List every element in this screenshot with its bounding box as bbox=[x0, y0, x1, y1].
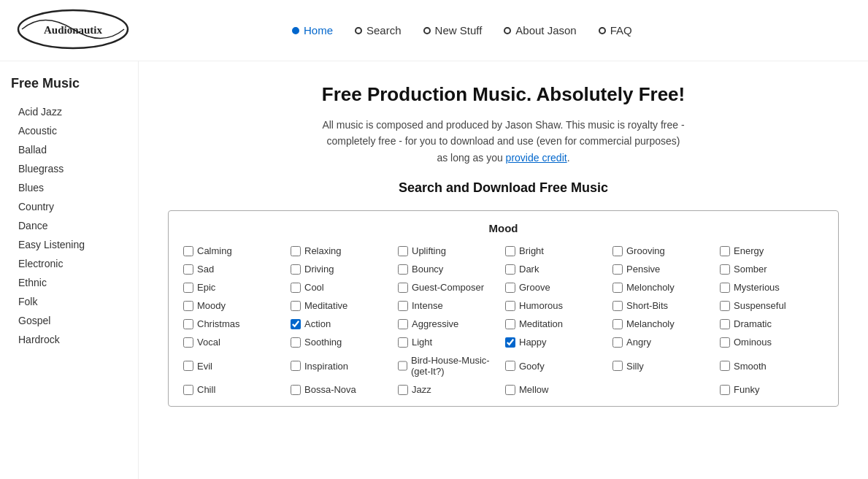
mood-checkbox-relaxing[interactable] bbox=[291, 246, 301, 256]
mood-checkbox-bird-house-music--get-it-[interactable] bbox=[398, 361, 407, 371]
mood-checkbox-pensive[interactable] bbox=[612, 264, 623, 275]
mood-label-text[interactable]: Happy bbox=[519, 337, 547, 348]
nav-item-about-jason[interactable]: About Jason bbox=[504, 24, 576, 37]
mood-label-text[interactable]: Christmas bbox=[197, 318, 240, 329]
mood-label-text[interactable]: Goofy bbox=[519, 361, 545, 372]
mood-label-text[interactable]: Groove bbox=[519, 282, 550, 293]
mood-label-text[interactable]: Mellow bbox=[519, 384, 548, 395]
mood-label-text[interactable]: Epic bbox=[197, 282, 215, 293]
sidebar-item-folk[interactable]: Folk bbox=[11, 292, 127, 311]
mood-checkbox-sad[interactable] bbox=[183, 264, 193, 275]
mood-checkbox-smooth[interactable] bbox=[720, 361, 730, 371]
mood-label-text[interactable]: Evil bbox=[197, 361, 212, 372]
mood-label-text[interactable]: Chill bbox=[197, 384, 215, 395]
mood-checkbox-intense[interactable] bbox=[398, 301, 408, 311]
sidebar-item-dance[interactable]: Dance bbox=[11, 216, 127, 235]
mood-label-text[interactable]: Silly bbox=[626, 361, 644, 372]
mood-checkbox-aggressive[interactable] bbox=[398, 319, 408, 329]
sidebar-item-acid-jazz[interactable]: Acid Jazz bbox=[11, 102, 127, 121]
mood-label-text[interactable]: Energy bbox=[734, 245, 764, 256]
mood-label-text[interactable]: Bird-House-Music-(get-It?) bbox=[411, 355, 502, 377]
mood-checkbox-humorous[interactable] bbox=[505, 301, 515, 311]
mood-label-text[interactable]: Uplifting bbox=[412, 245, 446, 256]
mood-label-text[interactable]: Bossa-Nova bbox=[304, 384, 356, 395]
mood-label-text[interactable]: Driving bbox=[304, 264, 334, 275]
mood-label-text[interactable]: Meloncholy bbox=[626, 282, 675, 293]
mood-label-text[interactable]: Meditative bbox=[304, 300, 347, 311]
mood-label-text[interactable]: Smooth bbox=[734, 361, 767, 372]
mood-checkbox-cool[interactable] bbox=[291, 283, 301, 293]
mood-checkbox-action[interactable] bbox=[291, 319, 301, 329]
mood-label-text[interactable]: Soothing bbox=[304, 337, 342, 348]
nav-item-new-stuff[interactable]: New Stuff bbox=[423, 24, 483, 37]
mood-checkbox-silly[interactable] bbox=[612, 361, 623, 371]
mood-label-text[interactable]: Moody bbox=[197, 300, 226, 311]
mood-checkbox-evil[interactable] bbox=[183, 361, 193, 371]
sidebar-item-hardrock[interactable]: Hardrock bbox=[11, 330, 127, 349]
sidebar-item-electronic[interactable]: Electronic bbox=[11, 254, 127, 273]
mood-label-text[interactable]: Guest-Composer bbox=[412, 282, 484, 293]
mood-label-text[interactable]: Short-Bits bbox=[626, 300, 668, 311]
mood-checkbox-bouncy[interactable] bbox=[398, 264, 408, 275]
mood-label-text[interactable]: Somber bbox=[734, 264, 767, 275]
mood-label-text[interactable]: Bright bbox=[519, 245, 544, 256]
sidebar-item-country[interactable]: Country bbox=[11, 197, 127, 216]
mood-label-text[interactable]: Sad bbox=[197, 264, 214, 275]
mood-checkbox-mellow[interactable] bbox=[505, 385, 515, 395]
mood-checkbox-goofy[interactable] bbox=[505, 361, 515, 371]
nav-item-faq[interactable]: FAQ bbox=[599, 24, 632, 37]
mood-checkbox-chill[interactable] bbox=[183, 385, 193, 395]
sidebar-item-acoustic[interactable]: Acoustic bbox=[11, 121, 127, 140]
mood-checkbox-guest-composer[interactable] bbox=[398, 283, 408, 293]
mood-label-text[interactable]: Meditation bbox=[519, 318, 563, 329]
mood-checkbox-somber[interactable] bbox=[720, 264, 730, 275]
sidebar-item-ballad[interactable]: Ballad bbox=[11, 140, 127, 159]
mood-checkbox-suspenseful[interactable] bbox=[720, 301, 730, 311]
mood-checkbox-angry[interactable] bbox=[612, 337, 623, 348]
mood-label-text[interactable]: Mysterious bbox=[734, 282, 780, 293]
mood-checkbox-uplifting[interactable] bbox=[398, 246, 408, 256]
mood-checkbox-funky[interactable] bbox=[720, 385, 730, 395]
mood-checkbox-energy[interactable] bbox=[720, 246, 730, 256]
mood-label-text[interactable]: Calming bbox=[197, 245, 232, 256]
mood-label-text[interactable]: Bouncy bbox=[412, 264, 443, 275]
mood-checkbox-christmas[interactable] bbox=[183, 319, 193, 329]
mood-label-text[interactable]: Angry bbox=[626, 337, 651, 348]
mood-checkbox-happy[interactable] bbox=[505, 337, 515, 348]
mood-label-text[interactable]: Grooving bbox=[626, 245, 665, 256]
mood-label-text[interactable]: Vocal bbox=[197, 337, 220, 348]
sidebar-item-blues[interactable]: Blues bbox=[11, 178, 127, 197]
nav-item-search[interactable]: Search bbox=[355, 24, 402, 37]
mood-label-text[interactable]: Cool bbox=[304, 282, 324, 293]
mood-label-text[interactable]: Pensive bbox=[626, 264, 660, 275]
mood-checkbox-vocal[interactable] bbox=[183, 337, 193, 348]
mood-checkbox-meditative[interactable] bbox=[291, 301, 301, 311]
mood-checkbox-epic[interactable] bbox=[183, 283, 193, 293]
sidebar-item-ethnic[interactable]: Ethnic bbox=[11, 273, 127, 292]
mood-label-text[interactable]: Suspenseful bbox=[734, 300, 786, 311]
mood-label-text[interactable]: Melancholy bbox=[626, 318, 675, 329]
mood-checkbox-light[interactable] bbox=[398, 337, 408, 348]
mood-checkbox-ominous[interactable] bbox=[720, 337, 730, 348]
mood-label-text[interactable]: Light bbox=[412, 337, 432, 348]
mood-checkbox-dark[interactable] bbox=[505, 264, 515, 275]
mood-label-text[interactable]: Humorous bbox=[519, 300, 563, 311]
mood-label-text[interactable]: Ominous bbox=[734, 337, 772, 348]
mood-label-text[interactable]: Intense bbox=[412, 300, 443, 311]
mood-label-text[interactable]: Dark bbox=[519, 264, 539, 275]
mood-label-text[interactable]: Aggressive bbox=[412, 318, 458, 329]
mood-checkbox-melancholy[interactable] bbox=[612, 319, 623, 329]
mood-checkbox-grooving[interactable] bbox=[612, 246, 623, 256]
mood-checkbox-jazz[interactable] bbox=[398, 385, 408, 395]
mood-checkbox-moody[interactable] bbox=[183, 301, 193, 311]
mood-checkbox-short-bits[interactable] bbox=[612, 301, 623, 311]
mood-checkbox-driving[interactable] bbox=[291, 264, 301, 275]
sidebar-item-bluegrass[interactable]: Bluegrass bbox=[11, 159, 127, 178]
mood-label-text[interactable]: Funky bbox=[734, 384, 759, 395]
sidebar-item-easy-listening[interactable]: Easy Listening bbox=[11, 235, 127, 254]
mood-checkbox-meditation[interactable] bbox=[505, 319, 515, 329]
mood-label-text[interactable]: Action bbox=[304, 318, 331, 329]
mood-checkbox-bossa-nova[interactable] bbox=[291, 385, 301, 395]
mood-checkbox-mysterious[interactable] bbox=[720, 283, 730, 293]
sidebar-item-gospel[interactable]: Gospel bbox=[11, 311, 127, 330]
